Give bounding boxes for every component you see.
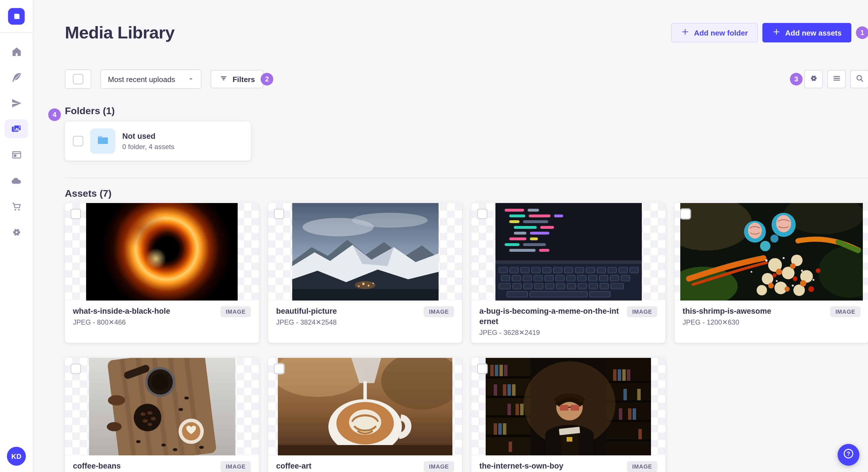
sidebar-item-content-type-builder[interactable] xyxy=(5,145,28,164)
user-avatar[interactable]: KD xyxy=(7,447,26,466)
section-divider xyxy=(65,178,868,178)
folder-card[interactable]: Not used 0 folder, 4 assets xyxy=(65,122,251,161)
sidebar-item-content-manager[interactable] xyxy=(5,68,28,87)
asset-card[interactable]: the-internet-s-own-boy JPEG - 1200✕707 I… xyxy=(471,358,665,472)
help-button[interactable]: ? xyxy=(838,444,859,466)
grid-settings-button[interactable] xyxy=(804,70,823,88)
asset-checkbox[interactable] xyxy=(71,364,81,374)
asset-checkbox[interactable] xyxy=(71,209,81,219)
select-all-well xyxy=(65,69,91,89)
asset-thumbnail-coffee-art xyxy=(268,358,462,456)
asset-meta: JPEG - 800✕466 xyxy=(73,318,216,327)
assets-heading: Assets (7) xyxy=(65,188,868,200)
add-new-folder-label: Add new folder xyxy=(694,28,748,37)
sidebar-item-marketplace[interactable] xyxy=(5,197,28,216)
asset-card[interactable]: this-shrimp-is-awesome JPEG - 1200✕630 I… xyxy=(675,203,868,343)
tour-step-badge-3[interactable]: 3 xyxy=(790,73,803,86)
asset-thumbnail-black-hole xyxy=(65,203,259,301)
paper-plane-icon xyxy=(11,97,22,109)
plus-icon xyxy=(772,28,780,38)
folder-info: Not used 0 folder, 4 assets xyxy=(122,131,243,151)
tour-step-badge-1[interactable]: 1 xyxy=(856,26,868,39)
asset-type-badge: IMAGE xyxy=(627,461,657,472)
strapi-logo[interactable] xyxy=(8,8,25,25)
layout-icon xyxy=(11,149,22,160)
sidebar-item-media-library[interactable] xyxy=(5,119,28,138)
chevron-down-icon xyxy=(188,74,194,84)
search-button[interactable] xyxy=(850,70,868,88)
list-view-button[interactable] xyxy=(827,70,846,88)
asset-thumbnail-mountains xyxy=(268,203,462,301)
asset-card[interactable]: coffee-beans JPEG - 5021✕3347 IMAGE xyxy=(65,358,259,472)
feather-icon xyxy=(11,71,22,83)
folder-meta: 0 folder, 4 assets xyxy=(122,143,243,151)
header-actions: Add new folder Add new assets 1 xyxy=(671,23,868,42)
folder-icon xyxy=(96,133,110,149)
view-controls: 3 xyxy=(790,70,868,88)
svg-text:?: ? xyxy=(847,450,850,457)
add-new-assets-button[interactable]: Add new assets xyxy=(762,23,851,42)
asset-title: a-bug-is-becoming-a-meme-on-the-internet xyxy=(479,306,622,327)
asset-title: this-shrimp-is-awesome xyxy=(683,306,826,316)
asset-type-badge: IMAGE xyxy=(424,306,454,317)
filter-toolbar: Most recent uploads Filters 2 3 xyxy=(65,69,868,89)
assets-grid: what-s-inside-a-black-hole JPEG - 800✕46… xyxy=(65,203,868,472)
asset-meta: JPEG - 3824✕2548 xyxy=(276,318,419,327)
asset-card[interactable]: coffee-art JPEG - 5824✕3259 IMAGE xyxy=(268,358,462,472)
media-library-icon xyxy=(10,123,22,135)
main-content: Media Library Add new folder Add new ass… xyxy=(33,0,868,472)
select-all-checkbox[interactable] xyxy=(73,74,83,84)
add-new-folder-button[interactable]: Add new folder xyxy=(671,23,758,42)
question-mark-icon: ? xyxy=(842,447,855,462)
plus-icon xyxy=(681,28,689,38)
tour-step-badge-2[interactable]: 2 xyxy=(260,73,273,86)
asset-title: coffee-beans xyxy=(73,461,216,471)
asset-title: coffee-art xyxy=(276,461,419,471)
tour-step-badge-4[interactable]: 4 xyxy=(48,108,61,121)
folders-heading: Folders (1) xyxy=(65,105,868,117)
asset-checkbox[interactable] xyxy=(274,364,284,374)
asset-type-badge: IMAGE xyxy=(830,306,861,317)
sidebar: KD xyxy=(0,0,33,472)
filter-icon xyxy=(219,74,228,84)
asset-thumbnail-mantis-shrimp xyxy=(675,203,868,301)
asset-title: beautiful-picture xyxy=(276,306,419,316)
filters-button[interactable]: Filters xyxy=(211,70,264,88)
sidebar-divider xyxy=(0,32,33,33)
asset-checkbox[interactable] xyxy=(680,209,691,219)
asset-card[interactable]: a-bug-is-becoming-a-meme-on-the-internet… xyxy=(471,203,665,343)
asset-card[interactable]: what-s-inside-a-black-hole JPEG - 800✕46… xyxy=(65,203,259,343)
asset-type-badge: IMAGE xyxy=(220,306,251,317)
folder-name: Not used xyxy=(122,131,243,141)
sidebar-item-settings[interactable] xyxy=(5,223,28,241)
asset-type-badge: IMAGE xyxy=(627,306,657,317)
page-header: Media Library Add new folder Add new ass… xyxy=(65,23,868,42)
page-title: Media Library xyxy=(65,23,175,42)
asset-checkbox[interactable] xyxy=(477,209,487,219)
asset-card[interactable]: beautiful-picture JPEG - 3824✕2548 IMAGE xyxy=(268,203,462,343)
asset-type-badge: IMAGE xyxy=(424,461,454,472)
asset-checkbox[interactable] xyxy=(477,364,487,374)
sidebar-item-deploy[interactable] xyxy=(5,171,28,190)
sort-dropdown[interactable]: Most recent uploads xyxy=(100,69,202,89)
list-view-icon xyxy=(832,73,841,85)
gear-icon xyxy=(11,226,22,238)
asset-meta: JPEG - 3628✕2419 xyxy=(479,328,622,337)
folder-tile xyxy=(90,129,115,154)
asset-type-badge: IMAGE xyxy=(220,461,251,472)
filters-label: Filters xyxy=(232,75,255,83)
folder-checkbox[interactable] xyxy=(73,136,83,146)
asset-thumbnail-laptop-code xyxy=(471,203,665,301)
sidebar-nav xyxy=(5,42,28,447)
sidebar-item-home[interactable] xyxy=(5,42,28,61)
sort-dropdown-value: Most recent uploads xyxy=(108,75,175,83)
asset-title: what-s-inside-a-black-hole xyxy=(73,306,216,316)
asset-checkbox[interactable] xyxy=(274,209,284,219)
add-new-assets-label: Add new assets xyxy=(785,28,842,37)
search-icon xyxy=(855,73,864,85)
settings-icon xyxy=(809,73,818,85)
sidebar-item-releases[interactable] xyxy=(5,94,28,112)
asset-thumbnail-library-man xyxy=(471,358,665,456)
asset-title: the-internet-s-own-boy xyxy=(479,461,622,471)
asset-thumbnail-coffee-beans xyxy=(65,358,259,456)
